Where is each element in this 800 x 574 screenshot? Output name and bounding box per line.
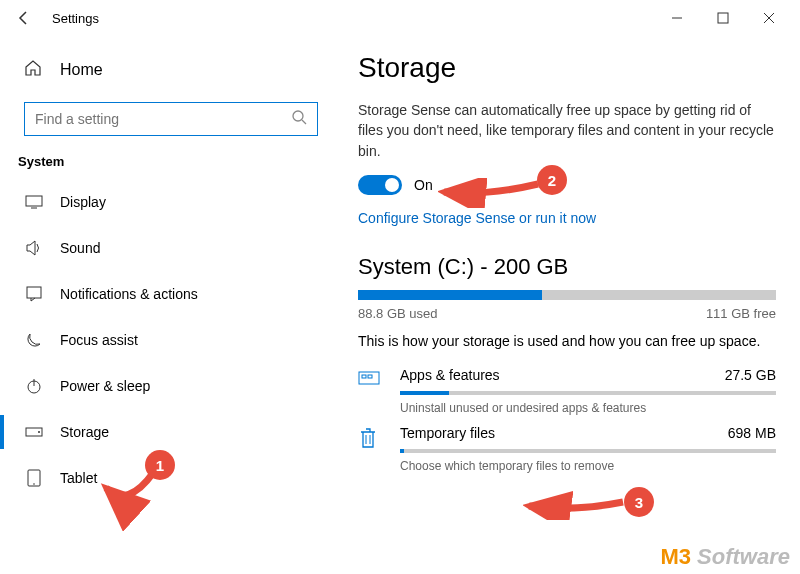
category-name: Apps & features [400,367,500,383]
drive-usage-labels: 88.8 GB used 111 GB free [358,306,776,321]
free-label: 111 GB free [706,306,776,321]
main-panel: Storage Storage Sense can automatically … [330,36,800,574]
watermark-prefix: M3 [660,544,691,569]
svg-point-2 [293,111,303,121]
titlebar: Settings [0,0,800,36]
search-box[interactable] [24,102,318,136]
window-controls [654,2,792,34]
content-area: Home System Display Sound Notifications … [0,36,800,574]
sidebar-item-storage[interactable]: Storage [24,409,318,455]
annotation-badge-3: 3 [624,487,654,517]
close-button[interactable] [746,2,792,34]
sidebar-item-power[interactable]: Power & sleep [24,363,318,409]
maximize-button[interactable] [700,2,746,34]
sidebar-item-sound[interactable]: Sound [24,225,318,271]
focus-assist-icon [24,332,44,348]
category-body: Temporary files 698 MB Choose which temp… [400,425,776,473]
usage-description: This is how your storage is used and how… [358,333,776,349]
back-button[interactable] [8,2,40,34]
storage-icon [24,427,44,437]
watermark-suffix: Software [691,544,790,569]
nav-label: Storage [60,424,109,440]
svg-rect-14 [362,375,366,378]
search-input[interactable] [35,111,291,127]
category-sub: Uninstall unused or undesired apps & fea… [400,401,776,415]
svg-rect-6 [27,287,41,298]
apps-icon [358,369,382,391]
svg-line-3 [302,120,306,124]
window-title: Settings [52,11,99,26]
svg-point-12 [33,483,35,485]
nav-label: Display [60,194,106,210]
category-bar [400,449,776,453]
svg-rect-1 [718,13,728,23]
used-label: 88.8 GB used [358,306,438,321]
sidebar-item-focus-assist[interactable]: Focus assist [24,317,318,363]
svg-rect-4 [26,196,42,206]
configure-storage-sense-link[interactable]: Configure Storage Sense or run it now [358,210,596,226]
category-size: 698 MB [728,425,776,441]
sidebar: Home System Display Sound Notifications … [0,36,330,574]
nav-label: Notifications & actions [60,286,198,302]
power-icon [24,378,44,394]
sidebar-item-display[interactable]: Display [24,179,318,225]
drive-usage-fill [358,290,542,300]
category-size: 27.5 GB [725,367,776,383]
category-bar [400,391,776,395]
storage-sense-toggle[interactable] [358,175,402,195]
category-apps-features[interactable]: Apps & features 27.5 GB Uninstall unused… [358,367,776,415]
tablet-icon [24,469,44,487]
section-label: System [18,154,318,169]
trash-icon [358,427,382,453]
display-icon [24,195,44,209]
category-temporary-files[interactable]: Temporary files 698 MB Choose which temp… [358,425,776,473]
drive-heading: System (C:) - 200 GB [358,254,776,280]
page-title: Storage [358,52,776,84]
storage-sense-toggle-row: On [358,175,776,195]
category-body: Apps & features 27.5 GB Uninstall unused… [400,367,776,415]
nav-label: Sound [60,240,100,256]
watermark: M3 Software [660,544,790,570]
notifications-icon [24,286,44,302]
category-name: Temporary files [400,425,495,441]
annotation-badge-2: 2 [537,165,567,195]
settings-window: Settings Home [0,0,800,574]
nav-label: Tablet [60,470,97,486]
sidebar-item-notifications[interactable]: Notifications & actions [24,271,318,317]
storage-sense-description: Storage Sense can automatically free up … [358,100,776,161]
svg-point-10 [38,431,40,433]
category-sub: Choose which temporary files to remove [400,459,776,473]
home-nav[interactable]: Home [24,50,318,90]
minimize-button[interactable] [654,2,700,34]
drive-usage-bar [358,290,776,300]
annotation-badge-1: 1 [145,450,175,480]
search-icon [291,109,307,129]
nav-label: Power & sleep [60,378,150,394]
svg-rect-15 [368,375,372,378]
home-label: Home [60,61,103,79]
nav-label: Focus assist [60,332,138,348]
toggle-state-label: On [414,177,433,193]
home-icon [24,59,44,81]
sound-icon [24,240,44,256]
